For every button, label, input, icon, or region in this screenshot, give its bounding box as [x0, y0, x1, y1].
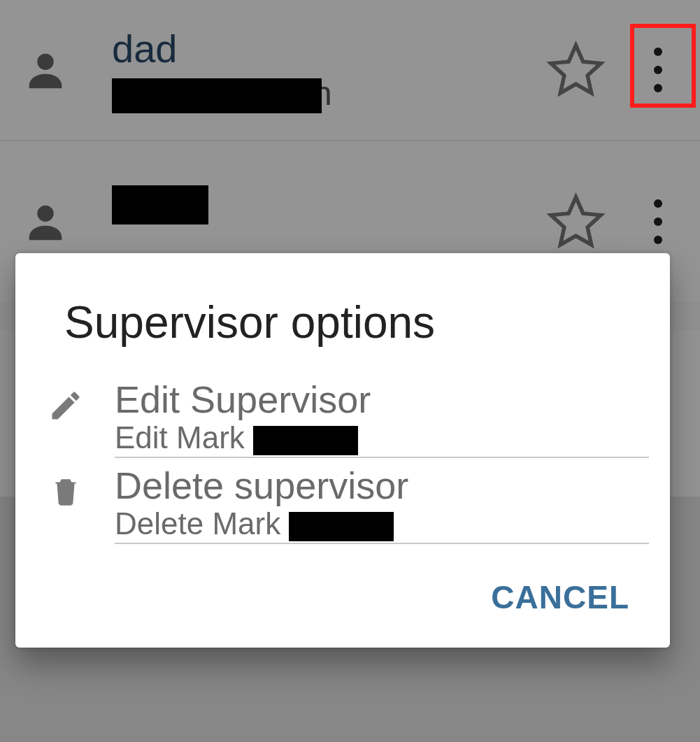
delete-supervisor-option[interactable]: Delete supervisor Delete Mark	[15, 458, 670, 544]
redaction-bar	[112, 185, 208, 224]
trash-icon	[45, 461, 87, 508]
contact-text: dad xxxxxxxxxxxxn	[70, 27, 543, 113]
person-icon	[21, 197, 70, 246]
contact-name: xxxn	[112, 184, 543, 227]
option-sub-lead: Delete Mark	[115, 506, 289, 541]
redaction-bar	[112, 78, 322, 113]
person-icon	[21, 45, 70, 94]
contact-name: dad	[112, 27, 543, 71]
option-body: Delete supervisor Delete Mark	[115, 461, 649, 544]
cancel-button[interactable]: CANCEL	[487, 578, 634, 617]
star-icon[interactable]	[543, 37, 613, 104]
more-button[interactable]	[627, 21, 690, 119]
option-subtitle: Delete Mark	[115, 508, 649, 541]
contact-text: xxxn	[70, 184, 543, 259]
option-body: Edit Supervisor Edit Mark	[115, 375, 649, 458]
option-title: Edit Supervisor	[115, 375, 649, 420]
svg-point-1	[37, 206, 53, 222]
option-subtitle: Edit Mark	[115, 422, 649, 455]
contact-row[interactable]: dad xxxxxxxxxxxxn	[0, 0, 700, 140]
option-title: Delete supervisor	[115, 461, 649, 506]
option-sub-lead: Edit Mark	[115, 420, 253, 455]
redaction-bar	[289, 512, 394, 541]
dialog-actions: CANCEL	[15, 544, 670, 648]
supervisor-options-dialog: Supervisor options Edit Supervisor Edit …	[15, 253, 670, 648]
svg-point-0	[37, 54, 53, 70]
pencil-icon	[45, 375, 87, 424]
star-icon[interactable]	[543, 189, 613, 255]
contact-detail: xxxxxxxxxxxxn	[112, 74, 543, 113]
edit-supervisor-option[interactable]: Edit Supervisor Edit Mark	[15, 372, 670, 458]
dialog-title: Supervisor options	[15, 253, 670, 372]
redaction-bar	[253, 426, 358, 455]
